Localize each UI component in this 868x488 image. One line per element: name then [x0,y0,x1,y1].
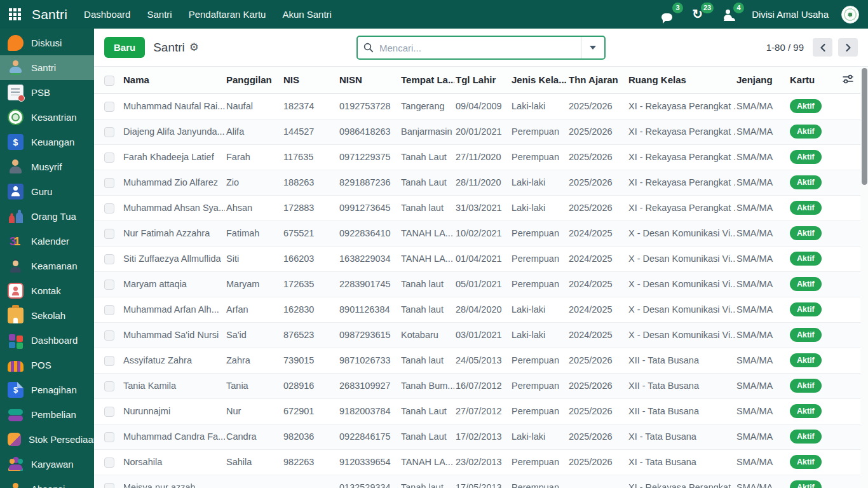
sidebar-item-label: Santri [31,62,56,73]
col-kartu[interactable]: Kartu [789,67,837,93]
row-checkbox[interactable] [104,203,114,214]
status-badge: Aktif [790,252,822,266]
col-nisn[interactable]: NISN [338,67,400,93]
col-nama[interactable]: Nama [122,67,225,93]
sidebar-item-kesantrian[interactable]: Kesantrian [0,105,94,130]
col-ruang-kelas[interactable]: Ruang Kelas [627,67,735,93]
table-row[interactable]: Farah Khadeeja Latief Farah 117635 09712… [94,144,860,170]
table-row[interactable]: Muhammad Sa'id Nursi Sa'id 876523 098729… [94,322,860,348]
sidebar-item-label: Diskusi [31,37,62,48]
cell-tgl-lahir: 27/11/2020 [454,144,510,170]
col-jenis-kelamin[interactable]: Jenis Kela... [510,67,567,93]
row-checkbox[interactable] [104,102,114,112]
table-row[interactable]: Assyifatuz Zahra Zahra 739015 9871026733… [94,348,860,373]
parents-icon [8,208,24,224]
col-nis[interactable]: NIS [282,67,338,93]
table-row[interactable]: Siti Zuffaezya Allmuflida Siti 166203 16… [94,246,860,271]
nav-link-pendaftaran-kartu[interactable]: Pendaftaran Kartu [189,9,266,20]
table-row[interactable]: Nur Fatimah Azzahra Fatimah 675521 09228… [94,220,860,246]
apps-grid-icon[interactable] [9,8,21,20]
scrollbar-thumb[interactable] [862,68,867,185]
search-input[interactable] [379,43,581,53]
sidebar-item-pos[interactable]: POS [0,353,94,377]
cell-nisn: 0991273645 [338,195,400,220]
new-button[interactable]: Baru [104,37,145,58]
history-notification[interactable]: 23 [692,7,709,22]
table-row[interactable]: Norsahila Sahila 982263 9120339654 TANAH… [94,449,860,475]
row-checkbox[interactable] [104,330,114,341]
prev-page-button[interactable] [813,38,832,57]
settings-gear-icon[interactable] [189,42,199,53]
row-checkbox[interactable] [104,483,114,488]
row-checkbox[interactable] [104,178,114,188]
sidebar-item-diskusi[interactable]: Diskusi [0,30,94,55]
nav-link-akun-santri[interactable]: Akun Santri [282,9,332,20]
cell-nisn: 9120339654 [338,449,400,475]
search-dropdown-caret[interactable] [581,37,604,58]
sidebar-item-dashboard[interactable]: Dashboard [0,328,94,353]
sidebar-item-karyawan[interactable]: Karyawan [0,452,94,477]
document-icon [8,85,24,100]
sidebar-item-penagihan[interactable]: Penagihan [0,377,94,402]
sidebar-item-santri[interactable]: Santri [0,55,94,80]
sidebar-item-sekolah[interactable]: Sekolah [0,303,94,328]
cell-thn-ajaran: 2025/2026 [567,195,627,220]
column-filter-icon[interactable] [842,76,854,86]
avatar[interactable] [841,6,859,24]
table-row[interactable]: Muhammad Zio Alfarez Zio 188263 82918872… [94,170,860,195]
chat-notification[interactable]: 3 [661,7,678,22]
row-checkbox[interactable] [104,280,114,290]
sidebar-item-label: Keamanan [31,261,78,271]
sidebar-item-pembelian[interactable]: Pembelian [0,402,94,427]
cell-nisn: 0971229375 [338,144,400,170]
table-row[interactable]: Muhammad Candra Fa... Candra 982036 0922… [94,424,860,449]
sidebar-item-keamanan[interactable]: Keamanan [0,254,94,278]
table-row[interactable]: Muhammad Arfan Alh... Arfan 162830 89011… [94,297,860,322]
col-tempat-lahir[interactable]: Tempat La... [400,67,454,93]
row-checkbox[interactable] [104,127,114,137]
next-page-button[interactable] [838,38,858,57]
cell-thn-ajaran: 2025/2026 [567,144,627,170]
user-activity-notification[interactable]: 4 [722,7,739,22]
table-row[interactable]: Muhammad Naufal Rai... Naufal 182374 019… [94,93,860,119]
col-panggilan[interactable]: Panggilan [225,67,282,93]
sidebar-item-absensi[interactable]: Absensi [0,477,94,488]
table-row[interactable]: Diajeng Alifa Janyunda... Alifa 144527 0… [94,119,860,144]
table-row[interactable]: Meisya nur azzah 0132529334 Tanah laut 1… [94,475,860,488]
sidebar-item-stok-persediaan[interactable]: Stok Persediaan [0,427,94,452]
col-jenjang[interactable]: Jenjang [735,67,789,93]
table-row[interactable]: Maryam attaqia Maryam 172635 2283901745 … [94,271,860,297]
vertical-scrollbar[interactable] [860,67,868,488]
row-checkbox[interactable] [104,152,114,163]
cell-nama: Maryam attaqia [122,271,225,297]
select-all-checkbox[interactable] [104,76,114,86]
row-checkbox[interactable] [104,458,114,468]
row-checkbox[interactable] [104,229,114,239]
row-checkbox[interactable] [104,305,114,315]
sidebar-item-keuangan[interactable]: Keuangan [0,130,94,154]
table-row[interactable]: Muhammad Ahsan Sya... Ahsan 172883 09912… [94,195,860,220]
table-row[interactable]: Tania Kamila Tania 028916 2683109927 Tan… [94,373,860,398]
cell-thn-ajaran: 2025/2026 [567,93,627,119]
row-checkbox[interactable] [104,407,114,417]
cell-panggilan: Zahra [225,348,282,373]
sidebar-item-guru[interactable]: Guru [0,179,94,204]
cell-jenis-kelamin: Perempuan [510,449,567,475]
cell-tgl-lahir: 17/05/2013 [454,475,510,488]
row-checkbox[interactable] [104,432,114,442]
sidebar-item-kontak[interactable]: Kontak [0,278,94,303]
row-checkbox[interactable] [104,381,114,391]
row-checkbox[interactable] [104,356,114,366]
nav-link-dashboard[interactable]: Dashboard [84,9,130,20]
nav-link-santri[interactable]: Santri [147,9,172,20]
table-row[interactable]: Nurunnajmi Nur 672901 9182003784 Tanah L… [94,398,860,424]
sidebar-item-kalender[interactable]: Kalender [0,229,94,254]
sidebar-item-musyrif[interactable]: Musyrif [0,154,94,179]
sidebar-item-orang-tua[interactable]: Orang Tua [0,204,94,229]
sidebar-item-psb[interactable]: PSB [0,80,94,105]
col-thn-ajaran[interactable]: Thn Ajaran [567,67,627,93]
cell-nis: 982263 [282,449,338,475]
row-checkbox[interactable] [104,254,114,264]
col-tgl-lahir[interactable]: Tgl Lahir [454,67,510,93]
cell-panggilan: Sahila [225,449,282,475]
